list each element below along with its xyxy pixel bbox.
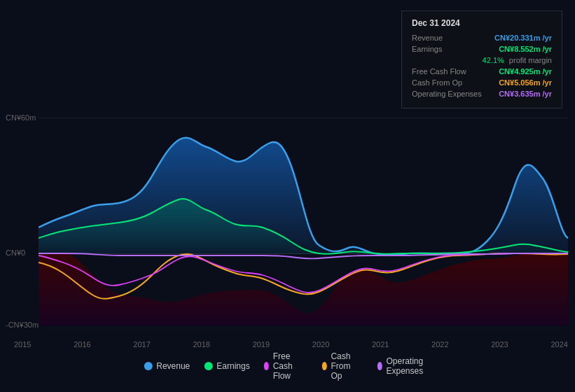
x-label-2019: 2019 xyxy=(253,340,270,349)
opex-line xyxy=(39,253,568,258)
chart-legend: Revenue Earnings Free Cash Flow Cash Fro… xyxy=(144,351,431,381)
tooltip-date: Dec 31 2024 xyxy=(412,18,552,28)
x-label-2024: 2024 xyxy=(550,340,567,349)
legend-dot-revenue xyxy=(144,362,152,370)
tooltip-value-cashfromop: CN¥5.056m /yr xyxy=(499,78,552,87)
tooltip-label-revenue: Revenue xyxy=(412,34,489,42)
legend-earnings[interactable]: Earnings xyxy=(204,361,249,371)
x-label-2016: 2016 xyxy=(74,340,90,349)
legend-dot-fcf xyxy=(264,362,269,370)
legend-dot-opex xyxy=(377,362,382,370)
legend-cashfromop[interactable]: Cash From Op xyxy=(321,351,363,381)
tooltip-value-revenue: CN¥20.331m /yr xyxy=(494,34,552,42)
legend-fcf[interactable]: Free Cash Flow xyxy=(264,351,308,381)
legend-dot-earnings xyxy=(204,362,212,370)
tooltip-label-earnings: Earnings xyxy=(412,45,489,53)
legend-opex[interactable]: Operating Expenses xyxy=(377,356,431,376)
legend-label-revenue: Revenue xyxy=(156,361,190,371)
y-label-neg30m: -CN¥30m xyxy=(6,321,39,329)
x-axis-labels: 2015 2016 2017 2018 2019 2020 2021 2022 … xyxy=(14,340,568,349)
negative-fill xyxy=(39,253,568,326)
x-label-2020: 2020 xyxy=(312,340,329,349)
tooltip-box: Dec 31 2024 Revenue CN¥20.331m /yr Earni… xyxy=(401,10,562,108)
y-label-60m: CN¥60m xyxy=(6,113,36,122)
profit-margin-row: 42.1% profit margin xyxy=(412,56,552,64)
tooltip-label-cashfromop: Cash From Op xyxy=(412,78,489,87)
legend-label-fcf: Free Cash Flow xyxy=(273,351,308,381)
tooltip-value-opex: CN¥3.635m /yr xyxy=(499,90,552,98)
x-label-2015: 2015 xyxy=(14,340,31,349)
x-label-2023: 2023 xyxy=(491,340,508,349)
tooltip-row-revenue: Revenue CN¥20.331m /yr xyxy=(412,34,552,42)
legend-revenue[interactable]: Revenue xyxy=(144,361,190,371)
tooltip-row-earnings: Earnings CN¥8.552m /yr xyxy=(412,45,552,53)
legend-label-opex: Operating Expenses xyxy=(386,356,431,376)
y-label-0: CN¥0 xyxy=(6,248,25,257)
x-label-2021: 2021 xyxy=(372,340,389,349)
legend-label-earnings: Earnings xyxy=(216,361,249,371)
profit-margin-value: 42.1% xyxy=(483,56,504,64)
tooltip-value-earnings: CN¥8.552m /yr xyxy=(499,45,552,53)
profit-margin-label: profit margin xyxy=(507,56,552,64)
tooltip-label-opex: Operating Expenses xyxy=(412,90,489,98)
tooltip-value-fcf: CN¥4.925m /yr xyxy=(499,67,552,76)
legend-label-cashfromop: Cash From Op xyxy=(331,351,363,381)
x-label-2022: 2022 xyxy=(431,340,448,349)
legend-dot-cashfromop xyxy=(321,362,326,370)
tooltip-label-fcf: Free Cash Flow xyxy=(412,67,489,76)
tooltip-row-opex: Operating Expenses CN¥3.635m /yr xyxy=(412,90,552,98)
chart-container: Dec 31 2024 Revenue CN¥20.331m /yr Earni… xyxy=(0,0,575,392)
chart-svg xyxy=(39,108,568,326)
x-label-2018: 2018 xyxy=(193,340,209,349)
x-label-2017: 2017 xyxy=(133,340,150,349)
tooltip-row-cashfromop: Cash From Op CN¥5.056m /yr xyxy=(412,78,552,87)
tooltip-row-fcf: Free Cash Flow CN¥4.925m /yr xyxy=(412,67,552,76)
